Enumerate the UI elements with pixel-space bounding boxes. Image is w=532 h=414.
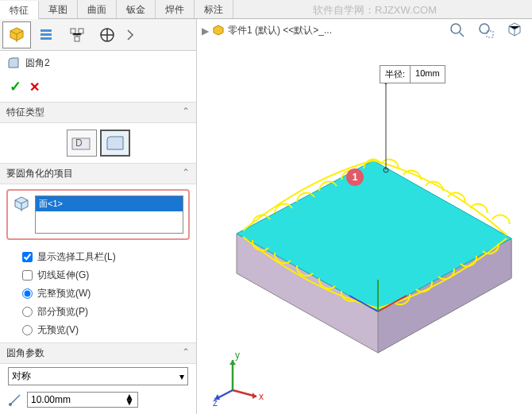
- annotation-marker-1: 1: [346, 168, 364, 186]
- opt-tangent-label: 切线延伸(G): [37, 269, 89, 282]
- view-triad: x y z: [213, 350, 268, 406]
- face-fillet-icon: [104, 133, 126, 153]
- feature-cube-icon: [8, 26, 25, 44]
- ok-button[interactable]: ✓: [10, 78, 21, 95]
- opt-full-preview-label: 完整预览(W): [37, 287, 91, 300]
- radius-callout[interactable]: 半径: 10mm: [380, 65, 445, 83]
- graphics-viewport[interactable]: ▶ 零件1 (默认) <<默认>_...: [197, 19, 532, 414]
- zoom-fit-icon: [449, 21, 466, 39]
- zoom-area-button[interactable]: [475, 19, 497, 41]
- svg-rect-4: [79, 29, 83, 33]
- callout-value[interactable]: 10mm: [411, 65, 445, 83]
- cancel-button[interactable]: ✕: [29, 79, 40, 95]
- fillet-type-row: D: [0, 123, 196, 163]
- svg-text:z: z: [213, 397, 218, 406]
- radio-full-preview[interactable]: [22, 288, 33, 299]
- chevron-up-icon: ⌃: [182, 346, 190, 358]
- svg-text:y: y: [235, 350, 240, 361]
- config-tab[interactable]: [63, 21, 91, 48]
- tab-sketch[interactable]: 草图: [39, 0, 78, 18]
- part-icon: [212, 25, 225, 37]
- overflow-tab[interactable]: [123, 21, 139, 48]
- section-fillet-type[interactable]: 特征类型 ⌃: [0, 102, 196, 123]
- model-geometry: [197, 43, 530, 361]
- breadcrumb: ▶ 零件1 (默认) <<默认>_...: [202, 24, 332, 37]
- symmetry-row: 对称 ▾: [0, 364, 196, 389]
- breadcrumb-arrow-icon[interactable]: ▶: [202, 25, 209, 37]
- section-items-label: 要圆角化的项目: [6, 168, 73, 179]
- symmetry-select[interactable]: 对称 ▾: [8, 367, 188, 385]
- confirm-row: ✓ ✕: [0, 75, 196, 102]
- spinner-down-icon[interactable]: ▼: [125, 400, 134, 405]
- selection-list[interactable]: 面<1>: [35, 195, 183, 234]
- radio-no-preview[interactable]: [22, 325, 33, 335]
- feature-name: 圆角2: [25, 56, 50, 70]
- radio-partial-preview[interactable]: [22, 307, 33, 317]
- panel-mode-tabs: [0, 19, 196, 51]
- opt-no-preview-label: 无预览(V): [37, 323, 79, 337]
- command-manager-tabs: 特征 草图 曲面 钣金 焊件 标注: [0, 0, 532, 19]
- breadcrumb-part-name[interactable]: 零件1 (默认) <<默认>_...: [228, 24, 332, 37]
- checkbox-tangent[interactable]: [22, 270, 33, 281]
- svg-rect-0: [40, 29, 52, 32]
- face-select-icon: [13, 195, 30, 213]
- section-type-label: 特征类型: [6, 106, 44, 118]
- svg-rect-1: [40, 33, 52, 36]
- view-cube-icon: [506, 21, 523, 39]
- svg-rect-5: [75, 37, 79, 41]
- list-icon: [38, 26, 56, 44]
- svg-point-9: [9, 403, 12, 406]
- section-params[interactable]: 圆角参数 ⌃: [0, 342, 196, 364]
- dropdown-icon: ▾: [179, 371, 184, 382]
- fillet-type-face[interactable]: [100, 130, 130, 157]
- constant-fillet-icon: D: [71, 133, 93, 153]
- radius-icon: [8, 393, 22, 407]
- viewport-toolbar: [446, 19, 526, 41]
- property-manager-panel: 圆角2 ✓ ✕ 特征类型 ⌃ D 要圆角化的项目 ⌃ 面<1> 显示选择工具栏(…: [0, 19, 197, 414]
- svg-text:x: x: [259, 391, 264, 402]
- radius-value: 10.00mm: [31, 394, 71, 405]
- tab-annotate[interactable]: 标注: [195, 0, 233, 18]
- feature-tree-tab[interactable]: [2, 21, 31, 48]
- tab-weldments[interactable]: 焊件: [156, 0, 195, 18]
- zoom-area-icon: [477, 21, 495, 39]
- options-group: 显示选择工具栏(L) 切线延伸(G) 完整预览(W) 部分预览(P) 无预览(V…: [0, 245, 196, 342]
- tab-surface[interactable]: 曲面: [78, 0, 117, 18]
- selected-face-item[interactable]: 面<1>: [36, 196, 183, 211]
- tab-sheetmetal[interactable]: 钣金: [117, 0, 156, 18]
- checkbox-show-toolbar[interactable]: [22, 252, 33, 262]
- svg-rect-2: [40, 37, 52, 40]
- feature-title-row: 圆角2: [0, 51, 196, 75]
- watermark-text: 软件自学网：RJZXW.COM: [313, 3, 437, 17]
- opt-no-preview[interactable]: 无预览(V): [22, 321, 174, 339]
- fillet-icon: [6, 56, 21, 70]
- svg-point-11: [480, 24, 489, 33]
- svg-rect-3: [71, 29, 75, 33]
- radius-row: 10.00mm ▲▼: [0, 389, 196, 411]
- items-highlight-box: 面<1>: [6, 189, 190, 240]
- radius-input[interactable]: 10.00mm ▲▼: [27, 392, 138, 408]
- opt-partial-preview[interactable]: 部分预览(P): [22, 303, 174, 321]
- view-orientation-button[interactable]: [503, 19, 526, 41]
- opt-show-toolbar[interactable]: 显示选择工具栏(L): [22, 248, 174, 266]
- property-tab[interactable]: [33, 21, 61, 48]
- opt-partial-preview-label: 部分预览(P): [37, 305, 88, 319]
- symmetry-value: 对称: [12, 370, 31, 383]
- chevron-right-icon: [125, 27, 137, 43]
- opt-tangent[interactable]: 切线延伸(G): [22, 266, 174, 284]
- fillet-type-constant[interactable]: D: [67, 130, 97, 157]
- callout-label: 半径:: [380, 65, 411, 83]
- chevron-up-icon: ⌃: [182, 167, 190, 178]
- tree-icon: [69, 27, 85, 43]
- opt-full-preview[interactable]: 完整预览(W): [22, 284, 174, 303]
- zoom-fit-button[interactable]: [446, 19, 468, 41]
- tab-features[interactable]: 特征: [0, 1, 39, 19]
- section-params-label: 圆角参数: [6, 347, 44, 358]
- dimexpert-tab[interactable]: [93, 21, 121, 48]
- svg-text:D: D: [75, 137, 83, 149]
- section-items[interactable]: 要圆角化的项目 ⌃: [0, 163, 196, 184]
- svg-point-10: [451, 24, 461, 33]
- opt-show-toolbar-label: 显示选择工具栏(L): [37, 250, 116, 264]
- target-icon: [99, 27, 115, 43]
- chevron-up-icon: ⌃: [182, 106, 190, 117]
